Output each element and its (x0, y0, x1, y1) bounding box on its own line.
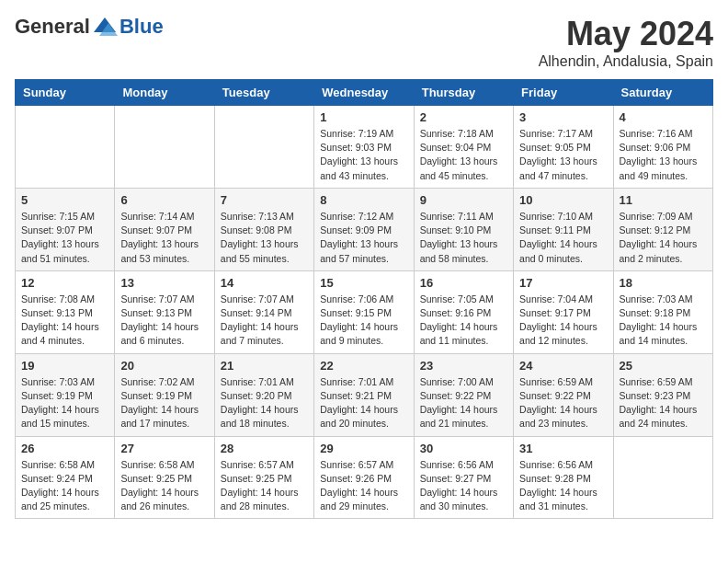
calendar-cell: 27Sunrise: 6:58 AM Sunset: 9:25 PM Dayli… (115, 436, 214, 519)
calendar-cell: 15Sunrise: 7:06 AM Sunset: 9:15 PM Dayli… (314, 270, 414, 353)
day-number: 29 (320, 442, 407, 455)
calendar: SundayMondayTuesdayWednesdayThursdayFrid… (15, 79, 713, 519)
calendar-cell: 19Sunrise: 7:03 AM Sunset: 9:19 PM Dayli… (16, 353, 115, 436)
day-info: Sunrise: 7:17 AM Sunset: 9:05 PM Dayligh… (519, 127, 607, 183)
day-info: Sunrise: 6:56 AM Sunset: 9:27 PM Dayligh… (420, 458, 507, 514)
day-info: Sunrise: 7:01 AM Sunset: 9:21 PM Dayligh… (320, 375, 407, 431)
day-number: 16 (420, 276, 507, 290)
calendar-cell (613, 436, 712, 519)
logo: General Blue (15, 15, 164, 39)
day-info: Sunrise: 7:00 AM Sunset: 9:22 PM Dayligh… (420, 375, 507, 431)
calendar-cell: 23Sunrise: 7:00 AM Sunset: 9:22 PM Dayli… (414, 353, 513, 436)
day-info: Sunrise: 6:59 AM Sunset: 9:23 PM Dayligh… (620, 375, 707, 431)
calendar-cell: 2Sunrise: 7:18 AM Sunset: 9:04 PM Daylig… (414, 106, 513, 189)
location: Alhendin, Andalusia, Spain (539, 53, 713, 70)
day-info: Sunrise: 7:13 AM Sunset: 9:08 PM Dayligh… (221, 210, 308, 266)
day-info: Sunrise: 7:11 AM Sunset: 9:10 PM Dayligh… (420, 210, 507, 266)
calendar-cell: 24Sunrise: 6:59 AM Sunset: 9:22 PM Dayli… (514, 353, 613, 436)
page-header: General Blue May 2024 Alhendin, Andalusi… (15, 15, 713, 70)
day-number: 19 (21, 359, 108, 373)
day-number: 1 (320, 110, 407, 124)
day-number: 24 (519, 359, 607, 373)
calendar-cell: 13Sunrise: 7:07 AM Sunset: 9:13 PM Dayli… (115, 270, 214, 353)
day-number: 20 (120, 359, 208, 373)
day-info: Sunrise: 7:15 AM Sunset: 9:07 PM Dayligh… (21, 210, 108, 266)
day-info: Sunrise: 7:04 AM Sunset: 9:17 PM Dayligh… (519, 293, 607, 349)
day-number: 10 (519, 193, 607, 207)
day-info: Sunrise: 7:01 AM Sunset: 9:20 PM Dayligh… (221, 375, 308, 431)
day-info: Sunrise: 6:56 AM Sunset: 9:28 PM Dayligh… (519, 458, 607, 514)
logo-general: General (15, 15, 90, 39)
calendar-cell: 9Sunrise: 7:11 AM Sunset: 9:10 PM Daylig… (414, 188, 513, 270)
day-info: Sunrise: 7:16 AM Sunset: 9:06 PM Dayligh… (620, 127, 707, 183)
calendar-cell: 16Sunrise: 7:05 AM Sunset: 9:16 PM Dayli… (414, 270, 513, 353)
day-info: Sunrise: 7:06 AM Sunset: 9:15 PM Dayligh… (320, 293, 407, 349)
weekday-header: Tuesday (214, 80, 313, 106)
calendar-cell: 4Sunrise: 7:16 AM Sunset: 9:06 PM Daylig… (613, 106, 712, 189)
calendar-cell: 14Sunrise: 7:07 AM Sunset: 9:14 PM Dayli… (214, 270, 313, 353)
day-info: Sunrise: 7:10 AM Sunset: 9:11 PM Dayligh… (519, 210, 607, 266)
day-number: 23 (420, 359, 507, 373)
weekday-header: Sunday (16, 80, 115, 106)
day-info: Sunrise: 7:07 AM Sunset: 9:13 PM Dayligh… (120, 293, 208, 349)
day-number: 21 (221, 359, 308, 373)
day-info: Sunrise: 7:12 AM Sunset: 9:09 PM Dayligh… (320, 210, 407, 266)
calendar-cell: 29Sunrise: 6:57 AM Sunset: 9:26 PM Dayli… (314, 436, 414, 519)
calendar-cell: 7Sunrise: 7:13 AM Sunset: 9:08 PM Daylig… (214, 188, 313, 270)
calendar-cell: 31Sunrise: 6:56 AM Sunset: 9:28 PM Dayli… (514, 436, 613, 519)
day-number: 7 (221, 193, 308, 207)
day-info: Sunrise: 7:09 AM Sunset: 9:12 PM Dayligh… (620, 210, 707, 266)
day-number: 14 (221, 276, 308, 290)
day-number: 22 (320, 359, 407, 373)
day-number: 27 (120, 442, 208, 455)
logo-blue: Blue (119, 15, 164, 39)
day-number: 9 (420, 193, 507, 207)
calendar-cell: 11Sunrise: 7:09 AM Sunset: 9:12 PM Dayli… (613, 188, 712, 270)
day-info: Sunrise: 7:14 AM Sunset: 9:07 PM Dayligh… (120, 210, 208, 266)
day-number: 18 (620, 276, 707, 290)
day-info: Sunrise: 6:59 AM Sunset: 9:22 PM Dayligh… (519, 375, 607, 431)
calendar-cell: 6Sunrise: 7:14 AM Sunset: 9:07 PM Daylig… (115, 188, 214, 270)
day-number: 2 (420, 110, 507, 124)
calendar-cell: 8Sunrise: 7:12 AM Sunset: 9:09 PM Daylig… (314, 188, 414, 270)
day-number: 25 (620, 359, 707, 373)
calendar-cell: 10Sunrise: 7:10 AM Sunset: 9:11 PM Dayli… (514, 188, 613, 270)
calendar-cell: 1Sunrise: 7:19 AM Sunset: 9:03 PM Daylig… (314, 106, 414, 189)
day-number: 13 (120, 276, 208, 290)
calendar-cell: 21Sunrise: 7:01 AM Sunset: 9:20 PM Dayli… (214, 353, 313, 436)
day-number: 15 (320, 276, 407, 290)
day-info: Sunrise: 6:58 AM Sunset: 9:25 PM Dayligh… (120, 458, 208, 514)
calendar-cell: 5Sunrise: 7:15 AM Sunset: 9:07 PM Daylig… (16, 188, 115, 270)
calendar-cell: 12Sunrise: 7:08 AM Sunset: 9:13 PM Dayli… (16, 270, 115, 353)
weekday-header: Friday (514, 80, 613, 106)
day-info: Sunrise: 7:03 AM Sunset: 9:19 PM Dayligh… (21, 375, 108, 431)
logo-icon (92, 16, 118, 38)
weekday-header: Thursday (414, 80, 513, 106)
day-info: Sunrise: 7:07 AM Sunset: 9:14 PM Dayligh… (221, 293, 308, 349)
day-number: 28 (221, 442, 308, 455)
weekday-header: Saturday (613, 80, 712, 106)
day-info: Sunrise: 7:08 AM Sunset: 9:13 PM Dayligh… (21, 293, 108, 349)
day-info: Sunrise: 6:57 AM Sunset: 9:26 PM Dayligh… (320, 458, 407, 514)
day-number: 3 (519, 110, 607, 124)
calendar-cell: 17Sunrise: 7:04 AM Sunset: 9:17 PM Dayli… (514, 270, 613, 353)
day-number: 31 (519, 442, 607, 455)
day-number: 11 (620, 193, 707, 207)
day-info: Sunrise: 7:02 AM Sunset: 9:19 PM Dayligh… (120, 375, 208, 431)
title-block: May 2024 Alhendin, Andalusia, Spain (539, 15, 713, 70)
month-year: May 2024 (539, 15, 713, 53)
day-number: 26 (21, 442, 108, 455)
day-info: Sunrise: 6:58 AM Sunset: 9:24 PM Dayligh… (21, 458, 108, 514)
day-info: Sunrise: 7:05 AM Sunset: 9:16 PM Dayligh… (420, 293, 507, 349)
day-info: Sunrise: 6:57 AM Sunset: 9:25 PM Dayligh… (221, 458, 308, 514)
calendar-cell: 30Sunrise: 6:56 AM Sunset: 9:27 PM Dayli… (414, 436, 513, 519)
day-number: 12 (21, 276, 108, 290)
day-info: Sunrise: 7:18 AM Sunset: 9:04 PM Dayligh… (420, 127, 507, 183)
day-info: Sunrise: 7:03 AM Sunset: 9:18 PM Dayligh… (620, 293, 707, 349)
day-number: 17 (519, 276, 607, 290)
calendar-cell: 26Sunrise: 6:58 AM Sunset: 9:24 PM Dayli… (16, 436, 115, 519)
calendar-cell: 18Sunrise: 7:03 AM Sunset: 9:18 PM Dayli… (613, 270, 712, 353)
weekday-header: Wednesday (314, 80, 414, 106)
calendar-cell (214, 106, 313, 189)
day-number: 30 (420, 442, 507, 455)
